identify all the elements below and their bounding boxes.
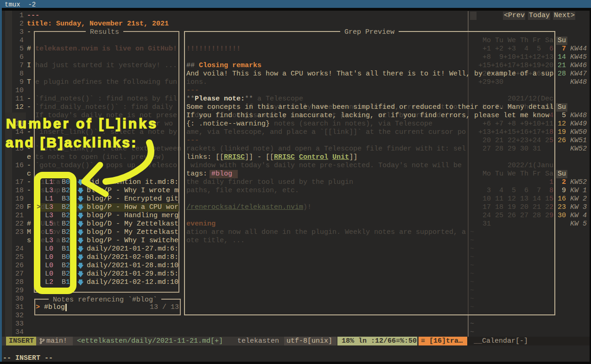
svg-text:Number of [L]inks: Number of [L]inks	[6, 116, 158, 131]
svg-text:and [B]acklinks:: and [B]acklinks:	[6, 135, 138, 150]
